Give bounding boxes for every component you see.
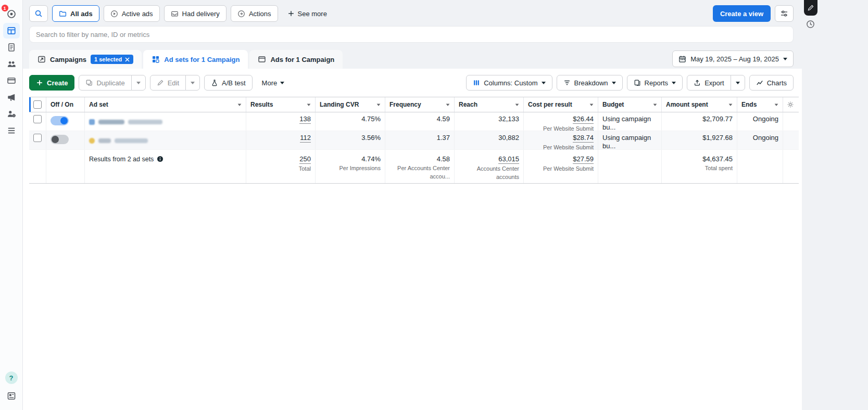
- sidebar-item-all-tools[interactable]: [3, 123, 20, 138]
- sidebar-item-reports[interactable]: [3, 40, 20, 55]
- see-more-button[interactable]: See more: [282, 5, 332, 22]
- header-amount-spent[interactable]: Amount spent: [662, 97, 737, 112]
- duplicate-dropdown-button[interactable]: [131, 75, 146, 91]
- search-input[interactable]: [29, 26, 794, 43]
- table-empty-area: [23, 184, 802, 410]
- summary-spent-cell: $4,637.45 Total spent: [662, 150, 737, 183]
- summary-reach-value[interactable]: 63,015: [498, 155, 519, 164]
- ends-cell: Ongoing: [737, 131, 783, 149]
- table-row[interactable]: 112 3.56% 1.37 30,882 $28.74 Per Website…: [29, 131, 799, 150]
- select-all-checkbox[interactable]: [33, 100, 42, 109]
- sidebar-item-ads-manager[interactable]: [3, 23, 20, 39]
- summary-toggle-cell: [46, 150, 85, 183]
- summary-reach-cell: 63,015 Accounts Center accounts: [455, 150, 524, 183]
- person-gear-icon: [7, 109, 16, 119]
- edit-button[interactable]: Edit: [150, 75, 186, 91]
- tab-ads[interactable]: Ads for 1 Campaign: [249, 50, 343, 69]
- view-settings-button[interactable]: [775, 5, 794, 22]
- table-header-row: Off / On Ad set Results Landing CVR Freq…: [29, 97, 799, 112]
- help-button[interactable]: ?: [5, 371, 18, 384]
- table-row[interactable]: 138 4.75% 4.59 32,133 $26.44 Per Website…: [29, 112, 799, 131]
- row-checkbox[interactable]: [33, 115, 42, 123]
- create-button[interactable]: Create: [29, 75, 74, 91]
- reports-button[interactable]: Reports: [627, 75, 683, 91]
- amount-spent-cell: $2,709.77: [662, 112, 737, 131]
- header-ends[interactable]: Ends: [737, 97, 783, 112]
- summary-budget-cell: [598, 150, 662, 183]
- header-ad-set[interactable]: Ad set: [85, 97, 246, 112]
- header-landing-cvr[interactable]: Landing CVR: [316, 97, 385, 112]
- header-cost-per-result[interactable]: Cost per result: [524, 97, 598, 112]
- date-range-label: May 19, 2025 – Aug 19, 2025: [690, 55, 779, 63]
- ad-set-name-cell[interactable]: [85, 131, 246, 149]
- sort-chevron-icon: [446, 104, 450, 106]
- more-button[interactable]: More: [257, 75, 290, 91]
- info-icon[interactable]: [157, 156, 163, 162]
- filter-pill-had-delivery[interactable]: Had delivery: [164, 5, 227, 22]
- content-card: Create Duplicate Edit A/B test More: [23, 69, 802, 410]
- results-value[interactable]: 112: [300, 134, 311, 143]
- sidebar-item-promote[interactable]: [3, 89, 20, 105]
- ad-set-name-cell[interactable]: [85, 112, 246, 131]
- see-more-label: See more: [298, 10, 327, 18]
- tab-campaigns[interactable]: Campaigns 1 selected: [29, 50, 142, 69]
- sidebar-item-billing[interactable]: [3, 73, 20, 88]
- amount-spent-value: $2,709.77: [702, 115, 733, 123]
- plus-icon: [287, 10, 295, 17]
- sort-chevron-icon: [307, 104, 311, 106]
- header-frequency[interactable]: Frequency: [385, 97, 455, 112]
- filter-pill-label: Had delivery: [182, 10, 220, 18]
- ads-icon: [258, 55, 266, 63]
- ab-test-button[interactable]: A/B test: [204, 75, 253, 91]
- search-button[interactable]: [29, 5, 48, 22]
- columns-button[interactable]: Columns: Custom: [466, 75, 552, 91]
- ad-set-toggle-off[interactable]: [51, 135, 69, 144]
- filter-pill-actions[interactable]: Actions: [231, 5, 278, 22]
- business-suite-logo[interactable]: 1: [3, 6, 20, 22]
- summary-frequency-cell: 4.58 Per Accounts Center accou...: [385, 150, 455, 183]
- close-icon[interactable]: [125, 57, 130, 62]
- search-icon: [34, 9, 43, 18]
- export-dropdown-button[interactable]: [731, 75, 745, 91]
- edit-flyout-tab[interactable]: [804, 0, 817, 16]
- filter-pill-all-ads[interactable]: All ads: [52, 5, 99, 22]
- history-button[interactable]: [806, 20, 815, 30]
- sidebar-item-updates[interactable]: [3, 388, 20, 404]
- filter-pill-label: All ads: [70, 10, 93, 18]
- duplicate-button[interactable]: Duplicate: [79, 75, 131, 91]
- row-checkbox[interactable]: [33, 134, 42, 142]
- chevron-down-icon: [191, 82, 195, 84]
- tab-ad-sets[interactable]: Ad sets for 1 Campaign: [143, 50, 248, 69]
- summary-label: Results from 2 ad sets: [89, 155, 154, 163]
- cost-value[interactable]: $28.74: [573, 134, 594, 143]
- header-off-on[interactable]: Off / On: [46, 97, 85, 112]
- charts-icon: [756, 79, 763, 86]
- ad-set-toggle-on[interactable]: [51, 116, 69, 125]
- right-rail: [802, 0, 868, 410]
- results-value[interactable]: 138: [299, 115, 311, 124]
- header-results[interactable]: Results: [246, 97, 316, 112]
- plus-icon: [36, 79, 43, 86]
- header-budget[interactable]: Budget: [598, 97, 662, 112]
- summary-results-cell: 250 Total: [246, 150, 316, 183]
- summary-results-sub: Total: [299, 164, 311, 173]
- export-button[interactable]: Export: [687, 75, 731, 91]
- date-range-picker[interactable]: May 19, 2025 – Aug 19, 2025: [672, 50, 794, 67]
- column-settings-button[interactable]: [783, 97, 798, 112]
- summary-results-value[interactable]: 250: [299, 155, 311, 164]
- sidebar-item-account-settings[interactable]: [3, 106, 20, 122]
- breakdown-button[interactable]: Breakdown: [557, 75, 623, 91]
- notification-badge: 1: [1, 4, 9, 12]
- landing-cvr-cell: 4.75%: [316, 112, 385, 131]
- filter-pill-active-ads[interactable]: Active ads: [104, 5, 160, 22]
- edit-dropdown-button[interactable]: [185, 75, 200, 91]
- summary-cost-value[interactable]: $27.59: [573, 155, 594, 164]
- sidebar-item-audiences[interactable]: [3, 56, 20, 72]
- row-gear-cell: [783, 112, 798, 131]
- cost-value[interactable]: $26.44: [573, 115, 594, 124]
- header-reach[interactable]: Reach: [455, 97, 524, 112]
- create-view-button[interactable]: Create a view: [713, 5, 771, 22]
- landing-cvr-value: 3.56%: [361, 134, 381, 142]
- charts-button[interactable]: Charts: [749, 75, 794, 91]
- create-label: Create: [47, 79, 68, 87]
